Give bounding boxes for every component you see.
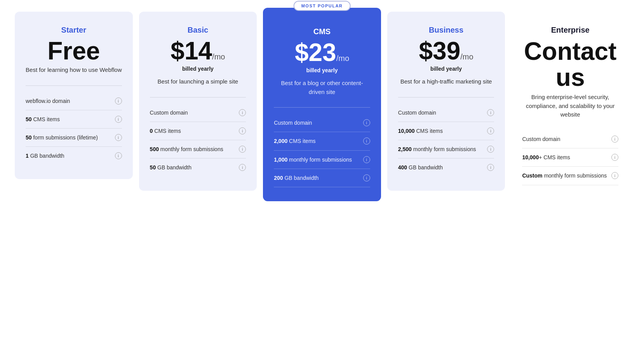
plan-name: Business	[398, 26, 494, 35]
plan-card-starter: Starter Free Best for learning how to us…	[15, 12, 133, 179]
feature-row: 400 GB bandwidth i	[398, 158, 494, 176]
feature-text: 10,000+ CMS items	[522, 153, 608, 161]
price-amount: Free	[47, 37, 100, 65]
feature-row: Custom domain i	[398, 104, 494, 122]
feature-text: Custom domain	[522, 135, 608, 143]
feature-row: Custom domain i	[522, 130, 618, 148]
plan-price-container: $39/mo	[398, 38, 494, 63]
feature-text: 2,500 monthly form submissions	[398, 145, 484, 153]
feature-row: 50 form submissions (lifetime) i	[26, 129, 122, 147]
feature-text: 200 GB bandwidth	[274, 174, 360, 182]
feature-row: 2,500 monthly form submissions i	[398, 140, 494, 158]
info-icon[interactable]: i	[363, 174, 370, 181]
plan-description: Bring enterprise-level security, complia…	[522, 93, 618, 119]
feature-row: 10,000 CMS items i	[398, 122, 494, 140]
price-unit: /mo	[212, 52, 225, 61]
feature-row: 0 CMS items i	[150, 122, 246, 140]
feature-text: 400 GB bandwidth	[398, 164, 484, 171]
info-icon[interactable]: i	[487, 109, 494, 116]
feature-text: 50 form submissions (lifetime)	[26, 134, 112, 141]
info-icon[interactable]: i	[115, 134, 122, 141]
plan-name: Basic	[150, 26, 246, 35]
feature-row: 10,000+ CMS items i	[522, 148, 618, 167]
features-list: Custom domain i 2,000 CMS items i 1,000 …	[274, 107, 370, 187]
pricing-container: Starter Free Best for learning how to us…	[4, 12, 640, 201]
feature-text: 50 GB bandwidth	[150, 164, 236, 171]
plan-price: Contactus	[522, 38, 618, 91]
feature-text: 2,000 CMS items	[274, 137, 360, 145]
info-icon[interactable]: i	[115, 152, 122, 159]
price-billing: billed yearly	[274, 67, 370, 73]
feature-row: Custom domain i	[150, 104, 246, 122]
features-list: Custom domain i 10,000+ CMS items i Cust…	[522, 130, 618, 185]
feature-text: webflow.io domain	[26, 97, 112, 105]
feature-text: 1,000 monthly form submissions	[274, 156, 360, 164]
feature-text: 50 CMS items	[26, 115, 112, 123]
feature-row: 1 GB bandwidth i	[26, 147, 122, 165]
info-icon[interactable]: i	[239, 127, 246, 134]
info-icon[interactable]: i	[487, 164, 494, 171]
feature-text: Custom domain	[150, 109, 236, 117]
feature-row: Custom domain i	[274, 114, 370, 132]
feature-text: 1 GB bandwidth	[26, 152, 112, 160]
feature-text: 10,000 CMS items	[398, 127, 484, 135]
info-icon[interactable]: i	[239, 164, 246, 171]
plan-price-container: $23/mo	[274, 40, 370, 65]
plan-description: Best for learning how to use Webflow	[26, 66, 122, 75]
features-list: Custom domain i 10,000 CMS items i 2,500…	[398, 97, 494, 177]
info-icon[interactable]: i	[611, 136, 618, 143]
info-icon[interactable]: i	[239, 109, 246, 116]
feature-text: Custom domain	[274, 119, 360, 127]
info-icon[interactable]: i	[611, 172, 618, 179]
price-amount: $39	[419, 37, 461, 65]
most-popular-badge: MOST POPULAR	[294, 1, 351, 11]
info-icon[interactable]: i	[487, 146, 494, 153]
plan-description: Best for a high-traffic marketing site	[398, 77, 494, 86]
plan-price-container: Free	[26, 38, 122, 63]
features-list: webflow.io domain i 50 CMS items i 50 fo…	[26, 85, 122, 165]
feature-row: 2,000 CMS items i	[274, 132, 370, 150]
feature-row: 50 CMS items i	[26, 110, 122, 129]
feature-text: Custom domain	[398, 109, 484, 117]
plan-name: Starter	[26, 26, 122, 35]
feature-row: 50 GB bandwidth i	[150, 158, 246, 176]
price-unit: /mo	[336, 54, 349, 63]
price-unit: /mo	[460, 52, 473, 61]
price-billing: billed yearly	[150, 66, 246, 72]
plan-name: Enterprise	[522, 26, 618, 35]
plan-card-cms: MOST POPULARCMS $23/mo billed yearlyBest…	[263, 8, 381, 201]
plan-card-enterprise: EnterpriseContactusBring enterprise-leve…	[511, 12, 629, 199]
feature-text: 500 monthly form submissions	[150, 145, 236, 153]
info-icon[interactable]: i	[611, 154, 618, 161]
info-icon[interactable]: i	[239, 146, 246, 153]
info-icon[interactable]: i	[363, 156, 370, 163]
features-list: Custom domain i 0 CMS items i 500 monthl…	[150, 97, 246, 177]
price-amount: $23	[295, 38, 336, 66]
price-billing: billed yearly	[398, 66, 494, 72]
feature-row: 500 monthly form submissions i	[150, 140, 246, 158]
feature-row: 1,000 monthly form submissions i	[274, 151, 370, 169]
info-icon[interactable]: i	[487, 127, 494, 134]
plan-name: CMS	[274, 27, 370, 36]
info-icon[interactable]: i	[363, 138, 370, 145]
info-icon[interactable]: i	[115, 116, 122, 123]
plan-description: Best for a blog or other content-driven …	[274, 79, 370, 96]
feature-row: 200 GB bandwidth i	[274, 169, 370, 187]
price-amount: $14	[171, 37, 212, 65]
info-icon[interactable]: i	[363, 119, 370, 126]
feature-row: Custom monthly form submissions i	[522, 167, 618, 185]
plan-description: Best for launching a simple site	[150, 77, 246, 86]
feature-text: Custom monthly form submissions	[522, 172, 608, 179]
feature-row: webflow.io domain i	[26, 92, 122, 110]
plan-price-container: $14/mo	[150, 38, 246, 63]
feature-text: 0 CMS items	[150, 127, 236, 135]
plan-card-basic: Basic $14/mo billed yearlyBest for launc…	[139, 12, 257, 191]
info-icon[interactable]: i	[115, 98, 122, 104]
plan-card-business: Business $39/mo billed yearlyBest for a …	[387, 12, 505, 191]
